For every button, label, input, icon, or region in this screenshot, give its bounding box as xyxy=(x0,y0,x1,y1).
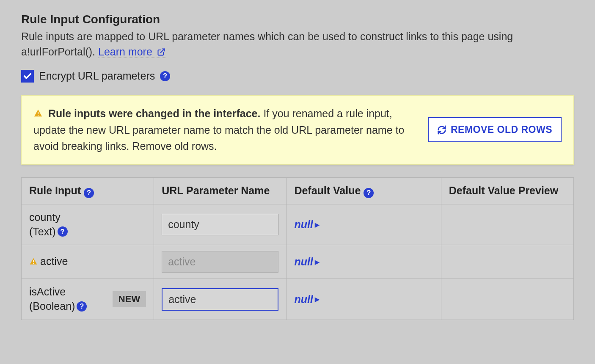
rule-input-cell: active xyxy=(22,245,154,279)
header-url-param: URL Parameter Name xyxy=(154,178,286,204)
chevron-right-icon: ▶ xyxy=(315,221,320,228)
rule-input-table: Rule Input ? URL Parameter Name Default … xyxy=(21,177,574,320)
rule-input-help-icon[interactable]: ? xyxy=(77,301,87,312)
learn-more-label: Learn more xyxy=(98,46,152,58)
encrypt-checkbox-label: Encrypt URL parameters xyxy=(39,70,155,82)
svg-rect-2 xyxy=(38,115,39,116)
header-default-value-label: Default Value xyxy=(294,185,361,196)
rule-input-cell: isActive(Boolean)?NEW xyxy=(22,279,154,320)
remove-old-rows-button[interactable]: REMOVE OLD ROWS xyxy=(428,117,562,142)
chevron-right-icon: ▶ xyxy=(315,259,320,265)
rule-input-help-icon[interactable]: ? xyxy=(84,188,94,198)
rule-input-config-panel: Rule Input Configuration Rule inputs are… xyxy=(0,0,595,333)
rule-input-cell-inner: county(Text)? xyxy=(29,210,146,239)
default-value-text: null xyxy=(294,293,313,306)
rule-input-cell-inner: isActive(Boolean)?NEW xyxy=(29,285,146,314)
url-param-input[interactable] xyxy=(162,214,278,235)
default-value-link[interactable]: null▶ xyxy=(294,256,319,268)
encrypt-checkbox-row: Encrypt URL parameters ? xyxy=(21,70,574,83)
svg-rect-3 xyxy=(33,260,34,262)
url-param-input[interactable] xyxy=(162,288,278,311)
rule-input-cell: county(Text)? xyxy=(22,204,154,245)
new-badge: NEW xyxy=(113,291,146,307)
remove-button-label: REMOVE OLD ROWS xyxy=(451,124,552,135)
banner-strong: Rule inputs were changed in the interfac… xyxy=(48,108,261,119)
svg-rect-1 xyxy=(38,112,39,114)
encrypt-help-icon[interactable]: ? xyxy=(160,71,170,81)
rule-input-type: (Text)? xyxy=(29,225,68,239)
rule-input-type-text: (Boolean) xyxy=(29,299,75,314)
url-param-cell xyxy=(154,245,286,279)
rule-input-name-text: active xyxy=(40,255,68,267)
header-default-preview: Default Value Preview xyxy=(441,178,573,204)
url-param-cell xyxy=(154,279,286,320)
default-value-link[interactable]: null▶ xyxy=(294,218,319,231)
url-param-cell xyxy=(154,204,286,245)
rule-input-main: isActive(Boolean)? xyxy=(29,285,87,314)
url-param-input xyxy=(162,251,278,273)
rule-input-type: (Boolean)? xyxy=(29,299,87,314)
external-link-icon xyxy=(157,48,165,56)
default-value-cell: null▶ xyxy=(286,279,441,320)
banner-text: Rule inputs were changed in the interfac… xyxy=(33,106,418,154)
default-value-link[interactable]: null▶ xyxy=(294,293,319,306)
header-rule-input: Rule Input ? xyxy=(22,178,154,204)
table-header-row: Rule Input ? URL Parameter Name Default … xyxy=(22,178,574,204)
svg-rect-4 xyxy=(33,263,34,264)
default-value-text: null xyxy=(294,218,313,231)
table-row: isActive(Boolean)?NEWnull▶ xyxy=(22,279,574,320)
rule-input-name-text: county xyxy=(29,211,61,223)
rule-input-help-icon[interactable]: ? xyxy=(58,226,68,237)
default-value-cell: null▶ xyxy=(286,245,441,279)
panel-title: Rule Input Configuration xyxy=(21,13,574,26)
svg-line-0 xyxy=(160,49,164,53)
encrypt-checkbox[interactable] xyxy=(21,70,34,83)
default-value-text: null xyxy=(294,256,313,268)
rule-input-name: active xyxy=(29,254,68,270)
warning-banner: Rule inputs were changed in the interfac… xyxy=(21,95,574,165)
rule-input-name-text: isActive xyxy=(29,286,66,298)
rule-input-cell-inner: active xyxy=(29,254,146,270)
default-preview-cell xyxy=(441,204,573,245)
table-row: county(Text)?null▶ xyxy=(22,204,574,245)
rule-input-type-text: (Text) xyxy=(29,225,56,239)
default-preview-cell xyxy=(441,279,573,320)
rule-input-main: active xyxy=(29,254,68,270)
refresh-icon xyxy=(437,125,446,135)
learn-more-link[interactable]: Learn more xyxy=(98,46,165,58)
header-rule-input-label: Rule Input xyxy=(29,185,81,196)
rule-input-name: isActive xyxy=(29,285,87,299)
description-text: Rule inputs are mapped to URL parameter … xyxy=(21,30,513,58)
rule-input-name: county xyxy=(29,210,68,225)
table-row: activenull▶ xyxy=(22,245,574,279)
default-value-cell: null▶ xyxy=(286,204,441,245)
default-value-help-icon[interactable]: ? xyxy=(364,188,374,198)
warning-icon xyxy=(33,107,43,123)
chevron-right-icon: ▶ xyxy=(315,296,320,303)
warning-icon xyxy=(29,255,38,270)
panel-description: Rule inputs are mapped to URL parameter … xyxy=(21,29,574,60)
default-preview-cell xyxy=(441,245,573,279)
checkmark-icon xyxy=(23,72,32,81)
rule-input-main: county(Text)? xyxy=(29,210,68,239)
header-default-value: Default Value ? xyxy=(286,178,441,204)
